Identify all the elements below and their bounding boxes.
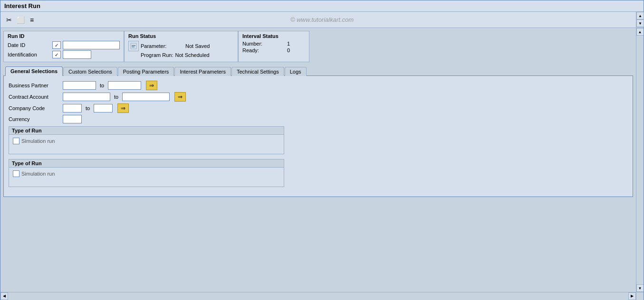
ready-value: 0 [287,47,290,53]
scissors-icon[interactable]: ✂ [4,15,14,25]
parameter-row: Parameter: Not Saved [128,41,234,51]
program-run-label: Program Run: [128,52,173,58]
contract-account-to-input[interactable] [122,93,170,101]
tabs-bar: General Selections Custom Selections Pos… [3,66,633,76]
tab-general-selections[interactable]: General Selections [5,66,63,76]
copy-icon[interactable]: ⬜ [16,15,25,25]
simulation-run-label-1: Simulation run [21,138,55,144]
company-code-label: Company Code [9,105,61,111]
tab-logs[interactable]: Logs [285,67,307,76]
run-id-title: Run ID [8,33,120,39]
tab-technical-settings[interactable]: Technical Settings [231,67,284,76]
scroll-down-right-button[interactable]: ▼ [636,284,644,292]
type-of-run-body-2: Simulation run [9,168,284,187]
simulation-run-checkbox-2[interactable] [13,170,19,177]
identification-checkbox[interactable]: ✓ [52,51,61,58]
parameter-value: Not Saved [185,43,210,49]
number-value: 1 [287,41,290,47]
company-code-row: Company Code to ⇒ [9,103,628,113]
number-row: Number: 1 [242,41,305,47]
svg-rect-1 [132,45,135,46]
company-code-to-input[interactable] [94,104,113,112]
date-id-checkbox[interactable]: ✓ [52,41,61,49]
date-id-input[interactable] [63,41,120,49]
scroll-up-button[interactable]: ▲ [636,12,644,19]
bottom-scrollbar: ◀ ▶ [0,292,644,300]
tab-custom-selections[interactable]: Custom Selections [63,67,117,76]
identification-input[interactable] [63,50,91,59]
program-run-row: Program Run: Not Scheduled [128,52,234,58]
parameter-icon [128,41,139,51]
business-partner-to-input[interactable] [108,81,141,90]
business-partner-row: Business Partner to ⇒ [9,81,628,90]
scroll-right-button[interactable]: ▶ [628,292,636,300]
type-of-run-box-1: Type of Run Simulation run [9,126,284,154]
scroll-down-button[interactable]: ▼ [636,19,644,27]
contract-account-label: Contract Account [9,94,61,100]
ca-to-label: to [114,94,118,100]
toolbar: ✂ ⬜ ≡ © www.tutorialkart.com ▲ ▼ [0,12,644,28]
menu-icon[interactable]: ≡ [27,15,37,25]
window-title: Interest Run [4,2,40,9]
type-of-run-title-1: Type of Run [9,127,284,135]
title-bar: Interest Run [0,0,644,12]
type-of-run-body-1: Simulation run [9,135,284,154]
simulation-run-row-1: Simulation run [13,138,280,144]
program-run-value: Not Scheduled [175,52,209,58]
ready-row: Ready: 0 [242,47,305,53]
company-code-from-input[interactable] [63,104,82,112]
run-id-panel: Run ID Date ID ✓ Identification ✓ [3,31,124,62]
contract-account-nav-button[interactable]: ⇒ [174,92,186,102]
simulation-run-row-2: Simulation run [13,170,280,177]
type-of-run-box-2: Type of Run Simulation run [9,159,284,187]
type-of-run-title-2: Type of Run [9,159,284,168]
right-scrollbar: ▲ ▼ [636,28,644,292]
run-status-panel: Run Status Parameter: Not Saved [124,31,238,62]
svg-rect-2 [132,47,135,47]
business-partner-from-input[interactable] [63,81,96,90]
parameter-label: Parameter: [141,43,183,49]
horizontal-scrollbar-track[interactable] [8,292,628,300]
tab-posting-parameters[interactable]: Posting Parameters [118,67,174,76]
currency-input[interactable] [63,115,82,123]
date-id-row: Date ID ✓ [8,41,120,49]
cc-to-label: to [86,105,90,111]
svg-rect-0 [131,43,136,49]
identification-row: Identification ✓ [8,50,120,59]
ready-label: Ready: [242,47,285,53]
simulation-run-checkbox-1[interactable] [13,138,19,144]
date-id-label: Date ID [8,42,50,48]
watermark: © www.tutorialkart.com [290,16,354,23]
run-status-title: Run Status [128,33,234,39]
scroll-left-button[interactable]: ◀ [0,292,8,300]
company-code-nav-button[interactable]: ⇒ [117,103,129,113]
contract-account-from-input[interactable] [63,93,110,101]
interval-status-title: Interval Status [242,33,305,39]
currency-label: Currency [9,116,61,122]
interval-status-panel: Interval Status Number: 1 Ready: 0 [238,31,309,62]
tab-content: Business Partner to ⇒ Contract Account t… [3,76,633,197]
identification-label: Identification [8,52,50,57]
bp-to-label: to [100,83,104,88]
currency-row: Currency [9,115,628,123]
number-label: Number: [242,41,285,47]
contract-account-row: Contract Account to ⇒ [9,92,628,102]
business-partner-label: Business Partner [9,83,61,88]
simulation-run-label-2: Simulation run [21,171,55,177]
business-partner-nav-button[interactable]: ⇒ [146,81,157,90]
scroll-up-right-button[interactable]: ▲ [636,28,644,36]
tab-interest-parameters[interactable]: Interest Parameters [174,67,231,76]
